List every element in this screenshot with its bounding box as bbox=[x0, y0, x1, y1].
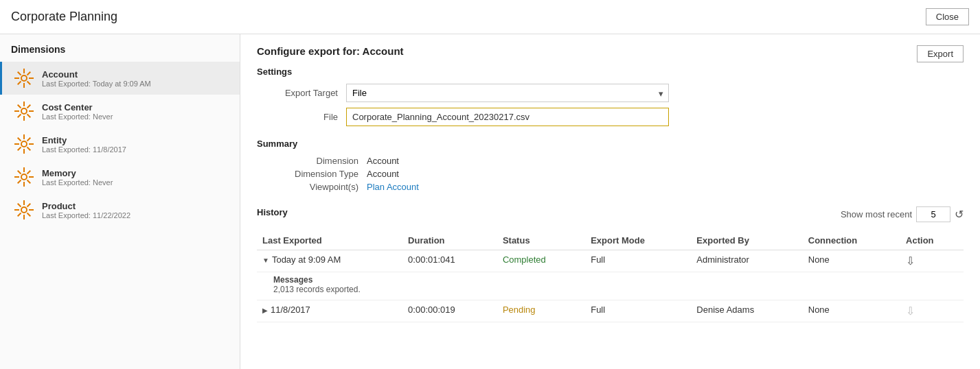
cell-export-mode: Full bbox=[585, 250, 691, 272]
sidebar-item-memory[interactable]: Memory Last Exported: Never bbox=[0, 160, 240, 193]
download-icon-disabled: ⇩ bbox=[906, 305, 915, 317]
sidebar-item-product[interactable]: Product Last Exported: 11/22/2022 bbox=[0, 193, 240, 226]
col-connection: Connection bbox=[803, 231, 900, 250]
show-most-recent-label: Show most recent bbox=[841, 209, 912, 219]
download-icon[interactable]: ⇩ bbox=[906, 255, 915, 267]
svg-line-44 bbox=[18, 213, 21, 217]
sidebar-item-sub: Last Exported: 11/8/2017 bbox=[42, 145, 126, 154]
viewpoints-value[interactable]: Plan Account bbox=[367, 182, 419, 192]
export-target-row: Export Target File Connection ▾ bbox=[257, 84, 964, 102]
cell-connection: None bbox=[803, 300, 900, 322]
viewpoints-label: Viewpoint(s) bbox=[257, 182, 367, 192]
sidebar-items: Account Last Exported: Today at 9:09 AM bbox=[0, 62, 240, 226]
file-label: File bbox=[257, 112, 346, 122]
history-section: History Show most recent ↺ Last Exported… bbox=[257, 204, 964, 322]
app-header: Corporate Planning Close bbox=[0, 0, 980, 34]
dimension-value: Account bbox=[367, 156, 399, 166]
svg-line-6 bbox=[27, 82, 31, 85]
history-table-header-row: Last Exported Duration Status Export Mod… bbox=[257, 231, 964, 250]
svg-line-8 bbox=[18, 82, 21, 85]
svg-line-42 bbox=[27, 213, 31, 217]
table-row: ▶11/8/2017 0:00:00:019 Pending Full Deni… bbox=[257, 300, 964, 322]
sidebar-item-text: Cost Center Last Exported: Never bbox=[42, 102, 113, 121]
content-header: Configure export for: Account Export bbox=[257, 45, 964, 64]
file-row: File bbox=[257, 108, 964, 126]
export-target-label: Export Target bbox=[257, 88, 346, 98]
dimension-icon bbox=[13, 166, 35, 188]
summary-heading: Summary bbox=[257, 139, 964, 149]
col-exported-by: Exported By bbox=[691, 231, 802, 250]
svg-line-7 bbox=[27, 72, 31, 75]
svg-line-5 bbox=[18, 72, 21, 75]
col-export-mode: Export Mode bbox=[585, 231, 691, 250]
expand-arrow[interactable]: ▼ bbox=[262, 257, 269, 264]
cell-duration: 0:00:00:019 bbox=[402, 300, 497, 322]
export-target-select-wrapper[interactable]: File Connection ▾ bbox=[346, 84, 669, 102]
sidebar-item-sub: Last Exported: Never bbox=[42, 178, 113, 187]
svg-line-33 bbox=[27, 180, 31, 184]
refresh-icon[interactable]: ↺ bbox=[955, 208, 964, 221]
file-input[interactable] bbox=[346, 108, 669, 126]
dimension-icon bbox=[13, 133, 35, 155]
sidebar-item-name: Account bbox=[42, 69, 151, 80]
configure-heading: Configure export for: Account bbox=[257, 45, 404, 57]
messages-cell: Messages 2,013 records exported. bbox=[257, 272, 964, 300]
sidebar-item-text: Product Last Exported: 11/22/2022 bbox=[42, 201, 130, 219]
svg-point-36 bbox=[21, 207, 27, 213]
dimension-type-value: Account bbox=[367, 169, 399, 179]
export-button[interactable]: Export bbox=[917, 45, 964, 62]
sidebar-item-account[interactable]: Account Last Exported: Today at 9:09 AM bbox=[0, 62, 240, 95]
summary-dimension-type-row: Dimension Type Account bbox=[257, 169, 964, 179]
dimension-icon bbox=[13, 199, 35, 221]
dimension-label: Dimension bbox=[257, 156, 367, 166]
svg-point-18 bbox=[21, 141, 27, 147]
sidebar-item-entity[interactable]: Entity Last Exported: 11/8/2017 bbox=[0, 128, 240, 160]
summary-viewpoints-row: Viewpoint(s) Plan Account bbox=[257, 182, 964, 192]
main-layout: Dimensions bbox=[0, 34, 980, 369]
summary-section: Summary Dimension Account Dimension Type… bbox=[257, 139, 964, 192]
sidebar-item-name: Memory bbox=[42, 168, 113, 178]
svg-line-25 bbox=[27, 138, 31, 141]
history-table-body: ▼Today at 9:09 AM 0:00:01:041 Completed … bbox=[257, 250, 964, 322]
sidebar-item-text: Memory Last Exported: Never bbox=[42, 168, 113, 187]
col-status: Status bbox=[497, 231, 585, 250]
export-target-select[interactable]: File Connection bbox=[346, 84, 669, 102]
app-title: Corporate Planning bbox=[11, 10, 117, 24]
history-heading: History bbox=[257, 207, 288, 217]
history-header: History Show most recent ↺ bbox=[257, 204, 964, 224]
svg-line-23 bbox=[18, 138, 21, 141]
messages-label: Messages bbox=[273, 275, 958, 285]
show-recent-wrapper: Show most recent ↺ bbox=[841, 206, 964, 222]
sidebar-item-text: Entity Last Exported: 11/8/2017 bbox=[42, 135, 126, 154]
sidebar-item-sub: Last Exported: 11/22/2022 bbox=[42, 211, 130, 219]
sidebar-item-name: Entity bbox=[42, 135, 126, 145]
cell-status: Pending bbox=[497, 300, 585, 322]
history-table: Last Exported Duration Status Export Mod… bbox=[257, 231, 964, 322]
cell-duration: 0:00:01:041 bbox=[402, 250, 497, 272]
cell-last-exported: ▼Today at 9:09 AM bbox=[257, 250, 402, 272]
settings-section: Settings Export Target File Connection ▾… bbox=[257, 67, 964, 126]
cell-action: ⇩ bbox=[900, 300, 964, 322]
col-last-exported: Last Exported bbox=[257, 231, 402, 250]
settings-heading: Settings bbox=[257, 67, 964, 77]
cell-connection: None bbox=[803, 250, 900, 272]
sidebar-item-cost-center[interactable]: Cost Center Last Exported: Never bbox=[0, 95, 240, 128]
dimension-icon bbox=[13, 100, 35, 122]
expand-arrow[interactable]: ▶ bbox=[262, 307, 268, 314]
svg-line-35 bbox=[18, 180, 21, 184]
svg-line-32 bbox=[18, 171, 21, 174]
cell-action: ⇩ bbox=[900, 250, 964, 272]
close-button[interactable]: Close bbox=[926, 8, 969, 25]
col-action: Action bbox=[900, 231, 964, 250]
history-table-head: Last Exported Duration Status Export Mod… bbox=[257, 231, 964, 250]
show-recent-input[interactable] bbox=[916, 206, 950, 222]
dimension-icon bbox=[13, 67, 35, 89]
dimension-type-label: Dimension Type bbox=[257, 169, 367, 179]
sidebar-item-name: Product bbox=[42, 201, 130, 211]
svg-line-17 bbox=[18, 115, 21, 118]
svg-point-27 bbox=[21, 174, 27, 180]
cell-last-exported: ▶11/8/2017 bbox=[257, 300, 402, 322]
svg-line-41 bbox=[18, 204, 21, 207]
cell-export-mode: Full bbox=[585, 300, 691, 322]
svg-line-26 bbox=[18, 147, 21, 151]
